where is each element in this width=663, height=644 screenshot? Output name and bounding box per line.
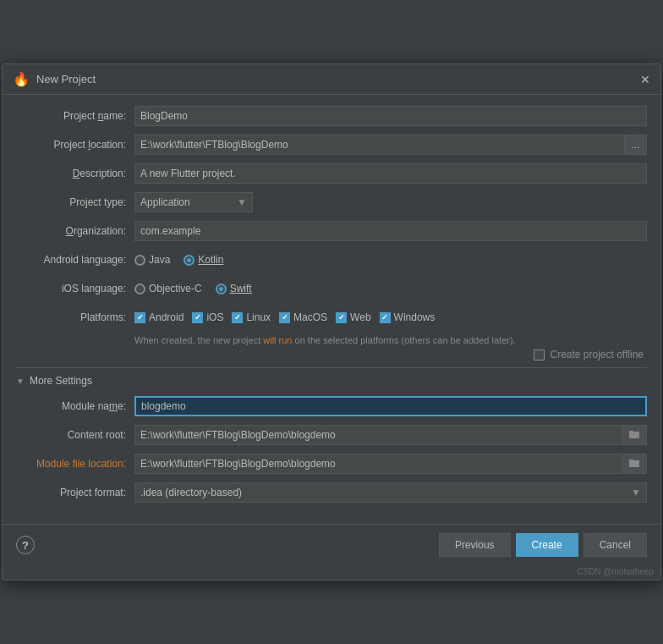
dialog-content: Project name: Project location: ... Desc… <box>3 95 660 520</box>
create-offline-label: Create project offline <box>550 349 644 361</box>
platform-linux-checkbox[interactable]: ✓ <box>232 312 243 323</box>
help-button[interactable]: ? <box>16 536 35 554</box>
project-format-row: Project format: .idea (directory-based) … <box>16 482 647 504</box>
platform-windows-label: Windows <box>394 311 436 323</box>
project-type-row: Project type: Application ▼ <box>16 191 647 213</box>
platform-macos-label: MacOS <box>293 311 327 323</box>
checkmark-icon: ✓ <box>137 313 144 322</box>
platform-linux[interactable]: ✓ Linux <box>232 311 271 323</box>
project-type-value: Application <box>140 196 190 208</box>
platform-macos[interactable]: ✓ MacOS <box>279 311 327 323</box>
module-name-input[interactable] <box>134 396 647 416</box>
platform-android[interactable]: ✓ Android <box>134 311 184 323</box>
project-location-label: Project location: <box>16 139 134 151</box>
checkmark-icon: ✓ <box>195 313 201 322</box>
project-type-label: Project type: <box>16 196 134 208</box>
content-root-row: Content root: <box>16 424 647 446</box>
create-offline-item[interactable]: Create project offline <box>534 349 644 361</box>
folder-icon <box>629 429 639 439</box>
project-format-label: Project format: <box>16 487 134 498</box>
platform-windows[interactable]: ✓ Windows <box>380 311 436 323</box>
project-name-label: Project name: <box>16 110 134 122</box>
module-file-input[interactable] <box>134 454 622 474</box>
android-java-option[interactable]: Java <box>134 254 170 266</box>
more-settings-header[interactable]: ▼ More Settings <box>16 375 647 387</box>
project-name-input[interactable] <box>134 106 647 126</box>
ios-swift-label: Swift <box>230 283 252 294</box>
organization-row: Organization: <box>16 220 647 242</box>
description-label: Description: <box>16 168 134 179</box>
close-button[interactable]: ✕ <box>640 73 650 86</box>
platform-windows-checkbox[interactable]: ✓ <box>380 312 391 323</box>
project-type-dropdown[interactable]: Application ▼ <box>134 192 253 212</box>
android-kotlin-label: Kotlin <box>198 254 223 266</box>
platform-linux-label: Linux <box>246 311 271 323</box>
checkmark-icon: ✓ <box>234 313 241 322</box>
ios-objc-option[interactable]: Objective-C <box>134 283 202 294</box>
android-language-label: Android language: <box>16 254 134 266</box>
android-java-radio[interactable] <box>134 255 145 266</box>
platform-ios-checkbox[interactable]: ✓ <box>192 312 203 323</box>
platforms-group: ✓ Android ✓ iOS ✓ Linux <box>134 311 435 323</box>
module-file-row: Module file location: <box>16 453 647 475</box>
new-project-dialog: 🔥 New Project ✕ Project name: Project lo… <box>2 63 661 581</box>
title-bar-left: 🔥 New Project <box>13 71 96 87</box>
content-root-browse-button[interactable] <box>622 425 647 445</box>
ios-language-label: iOS language: <box>16 283 134 294</box>
action-buttons: Previous Create Cancel <box>439 533 647 557</box>
svg-rect-1 <box>629 431 633 433</box>
module-file-field <box>134 454 647 474</box>
platforms-label: Platforms: <box>16 311 134 323</box>
project-location-input[interactable] <box>134 135 624 155</box>
app-icon: 🔥 <box>13 71 30 87</box>
create-offline-checkbox[interactable] <box>534 350 545 361</box>
ios-objc-radio[interactable] <box>134 283 145 294</box>
ios-swift-dot <box>219 287 223 291</box>
svg-rect-3 <box>629 460 633 462</box>
platform-ios[interactable]: ✓ iOS <box>192 311 223 323</box>
organization-input[interactable] <box>134 221 647 241</box>
module-name-label: Module name: <box>16 400 134 412</box>
ios-swift-option[interactable]: Swift <box>216 283 252 294</box>
platform-android-label: Android <box>149 311 184 323</box>
previous-button[interactable]: Previous <box>439 533 511 557</box>
create-button[interactable]: Create <box>516 533 578 557</box>
info-part2: on the selected platforms (others can be… <box>292 335 515 345</box>
platform-android-checkbox[interactable]: ✓ <box>134 312 145 323</box>
dialog-title: New Project <box>36 73 96 85</box>
folder-icon <box>629 458 639 468</box>
android-java-label: Java <box>149 254 170 266</box>
android-kotlin-radio[interactable] <box>184 255 195 266</box>
content-root-field <box>134 425 647 445</box>
android-language-group: Java Kotlin <box>134 254 223 266</box>
watermark: CSDN @motosheep <box>3 565 660 580</box>
ios-swift-radio[interactable] <box>216 283 227 294</box>
platform-web[interactable]: ✓ Web <box>336 311 370 323</box>
android-language-row: Android language: Java Kotlin <box>16 249 647 271</box>
checkmark-icon: ✓ <box>381 313 388 322</box>
description-row: Description: <box>16 162 647 184</box>
info-part1: When created, the new project <box>134 335 263 345</box>
platform-ios-label: iOS <box>206 311 223 323</box>
platform-macos-checkbox[interactable]: ✓ <box>279 312 290 323</box>
android-kotlin-dot <box>187 258 191 262</box>
project-location-field: ... <box>134 135 647 155</box>
project-location-row: Project location: ... <box>16 134 647 156</box>
info-part-highlight: will run <box>263 335 292 345</box>
module-file-browse-button[interactable] <box>622 454 647 474</box>
ios-language-group: Objective-C Swift <box>134 283 252 294</box>
cancel-button[interactable]: Cancel <box>584 533 647 557</box>
project-format-value: .idea (directory-based) <box>140 487 242 498</box>
project-format-arrow-icon: ▼ <box>631 487 641 498</box>
description-input[interactable] <box>134 163 647 184</box>
dropdown-arrow-icon: ▼ <box>237 196 247 208</box>
ios-language-row: iOS language: Objective-C Swift <box>16 278 647 300</box>
project-name-row: Project name: <box>16 105 647 127</box>
android-kotlin-option[interactable]: Kotlin <box>184 254 223 266</box>
browse-button[interactable]: ... <box>624 135 647 155</box>
checkmark-icon: ✓ <box>338 313 345 322</box>
organization-label: Organization: <box>16 225 134 237</box>
content-root-input[interactable] <box>134 425 622 445</box>
project-format-dropdown[interactable]: .idea (directory-based) ▼ <box>134 482 647 503</box>
platform-web-checkbox[interactable]: ✓ <box>336 312 347 323</box>
